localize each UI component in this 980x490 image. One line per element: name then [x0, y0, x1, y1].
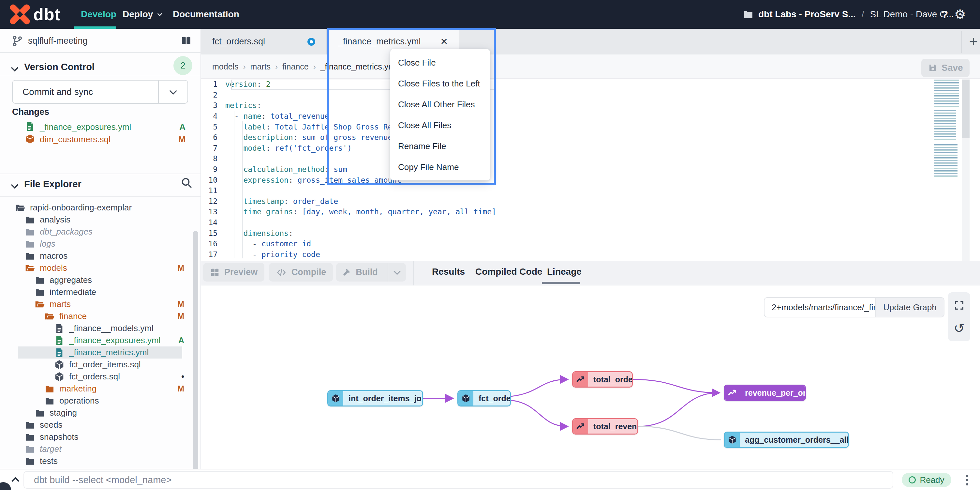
code-line[interactable]: 16 - customer_id — [201, 238, 980, 249]
code-line[interactable]: 8 — [201, 153, 980, 164]
menu-item-close-all-other-files[interactable]: Close All Other Files — [390, 94, 490, 115]
editor-scrollbar[interactable] — [962, 80, 970, 138]
tree-item-analysis[interactable]: analysis — [0, 214, 201, 226]
line-number: 13 — [201, 207, 218, 216]
code-line[interactable]: 14 — [201, 217, 980, 228]
tab-compiled-code[interactable]: Compiled Code — [475, 261, 542, 283]
file-cube-icon — [25, 134, 36, 145]
tree-item-macros[interactable]: macros — [0, 250, 201, 262]
tree-item-staging[interactable]: staging — [0, 407, 201, 419]
lineage-node-total_orders[interactable]: total_orders — [572, 371, 633, 388]
tree-item--finance-models-yml[interactable]: _finance__models.yml — [0, 322, 201, 334]
menu-item-close-files-to-the-left[interactable]: Close Files to the Left — [390, 73, 490, 94]
tree-item-seeds[interactable]: seeds — [0, 419, 201, 431]
tree-item-marts[interactable]: martsM — [0, 298, 201, 310]
code-text: - name: total_revenue — [225, 112, 329, 120]
tree-item-marketing[interactable]: marketingM — [0, 383, 201, 395]
breadcrumb-item[interactable]: marts — [250, 62, 271, 72]
search-icon[interactable] — [180, 176, 193, 189]
tree-item-aggregates[interactable]: aggregates — [0, 274, 201, 286]
fullscreen-button[interactable] — [948, 295, 970, 315]
lineage-filter-input[interactable]: 2+models/marts/finance/_fir — [764, 297, 876, 318]
code-line[interactable]: 9 calculation_method: sum — [201, 164, 980, 175]
compile-button[interactable]: Compile — [269, 263, 333, 281]
menu-item-close-file[interactable]: Close File — [390, 52, 490, 73]
version-control-header[interactable]: Version Control — [24, 62, 95, 72]
tree-item-rapid-onboarding-exemplar[interactable]: rapid-onboarding-exemplar — [0, 202, 201, 214]
code-line[interactable]: 10 expression: gross_item_sales_amount — [201, 174, 980, 185]
change-row[interactable]: dim_customers.sqlM — [0, 133, 201, 145]
tree-item-models[interactable]: modelsM — [0, 262, 201, 274]
commit-options-chevron[interactable] — [158, 81, 188, 103]
git-branch-row[interactable]: sqlfluff-meeting — [0, 29, 201, 52]
reset-view-button[interactable]: ↺ — [948, 318, 970, 338]
lineage-node-revenue_per_order[interactable]: revenue_per_order — [724, 385, 806, 401]
code-line[interactable]: 4 - name: total_revenue — [201, 111, 980, 122]
nav-documentation[interactable]: Documentation — [173, 0, 239, 29]
code-line[interactable]: 11 — [201, 185, 980, 196]
code-editor[interactable]: 1version: 223metrics:4 - name: total_rev… — [201, 79, 980, 261]
tree-item-target[interactable]: target — [0, 443, 201, 455]
tree-item--finance-metrics-yml[interactable]: _finance_metrics.yml — [0, 346, 201, 359]
dbt-command-input[interactable]: dbt build --select <model_name> — [24, 471, 893, 489]
update-graph-button[interactable]: Update Graph — [876, 297, 945, 318]
code-line[interactable]: 17 - priority_code — [201, 249, 980, 260]
collapse-panel-button[interactable] — [7, 473, 24, 487]
tree-item-fct-orders-sql[interactable]: fct_orders.sql• — [0, 370, 201, 383]
new-tab-button[interactable]: + — [964, 31, 980, 51]
tab-lineage[interactable]: Lineage — [547, 261, 582, 283]
tree-item-fct-order-items-sql[interactable]: fct_order_items.sql — [0, 359, 201, 370]
tree-item-operations[interactable]: operations — [0, 395, 201, 407]
tree-item--finance-exposures-yml[interactable]: _finance_exposures.ymlA — [0, 334, 201, 346]
chevron-down-icon[interactable] — [9, 63, 20, 74]
lineage-node-agg_customer_orders__all_time[interactable]: agg_customer_orders__all_time — [724, 432, 849, 448]
code-minimap[interactable] — [934, 80, 959, 184]
lineage-node-int_order_items_joined[interactable]: int_order_items_joined — [327, 390, 423, 407]
project-switcher[interactable]: dbt Labs - ProServ S... / SL Demo - Dave… — [743, 0, 966, 29]
code-line[interactable]: 12 timestamp: order_date — [201, 196, 980, 207]
nav-develop[interactable]: Develop — [81, 0, 116, 29]
change-row[interactable]: _finance_exposures.ymlA — [0, 121, 201, 133]
tab-fct-orders-sql[interactable]: fct_orders.sql — [201, 29, 327, 54]
chevron-down-icon[interactable] — [9, 180, 20, 192]
code-line[interactable]: 3metrics: — [201, 100, 980, 111]
reset-icon: ↺ — [954, 321, 965, 336]
lineage-node-total_revenue[interactable]: total_revenue — [572, 418, 638, 434]
tree-item-snapshots[interactable]: snapshots — [0, 431, 201, 443]
breadcrumb-item[interactable]: finance — [282, 62, 309, 72]
code-text: metrics: — [225, 101, 261, 110]
tree-item-dbt-packages[interactable]: dbt_packages — [0, 226, 201, 238]
save-button[interactable]: Save — [921, 59, 970, 77]
code-line[interactable]: 6 description: sum of gross revenue — [201, 132, 980, 143]
tree-item-finance[interactable]: financeM — [0, 310, 201, 322]
code-line[interactable]: 2 — [201, 90, 980, 101]
code-text: time_grains: [day, week, month, quarter,… — [225, 207, 496, 216]
breadcrumb-item[interactable]: models — [212, 62, 239, 72]
nav-deploy[interactable]: Deploy — [123, 0, 163, 29]
code-line[interactable]: 7 model: ref('fct_orders') — [201, 143, 980, 154]
help-button[interactable]: ? — [938, 0, 952, 29]
menu-item-rename-file[interactable]: Rename File — [390, 136, 490, 156]
menu-item-copy-file-name[interactable]: Copy File Name — [390, 156, 490, 177]
code-line[interactable]: 5 label: Total Jaffle Shop Gross Re — [201, 121, 980, 132]
file-cube-icon — [54, 359, 65, 370]
commit-and-sync-button[interactable]: Commit and sync — [12, 80, 188, 104]
sidebar-scrollbar[interactable] — [193, 231, 198, 490]
build-options-chevron[interactable] — [388, 263, 406, 281]
menu-item-close-all-files[interactable]: Close All Files — [390, 115, 490, 136]
code-line[interactable]: 15 dimensions: — [201, 228, 980, 238]
line-number: 11 — [201, 186, 218, 195]
tree-item-logs[interactable]: logs — [0, 238, 201, 250]
book-icon[interactable] — [180, 35, 192, 46]
preview-button[interactable]: Preview — [203, 263, 264, 281]
tree-item-intermediate[interactable]: intermediate — [0, 286, 201, 298]
settings-gear-button[interactable]: ⚙ — [952, 0, 968, 29]
tree-item-tests[interactable]: tests — [0, 455, 201, 467]
file-explorer-header[interactable]: File Explorer — [24, 179, 81, 190]
build-button[interactable]: Build — [336, 263, 383, 281]
lineage-node-fct_orders[interactable]: fct_orders — [457, 390, 511, 407]
dbt-logo[interactable]: dbt — [10, 5, 85, 24]
tab-results[interactable]: Results — [432, 261, 465, 283]
code-line[interactable]: 13 time_grains: [day, week, month, quart… — [201, 206, 980, 217]
kebab-menu-button[interactable] — [961, 472, 974, 488]
